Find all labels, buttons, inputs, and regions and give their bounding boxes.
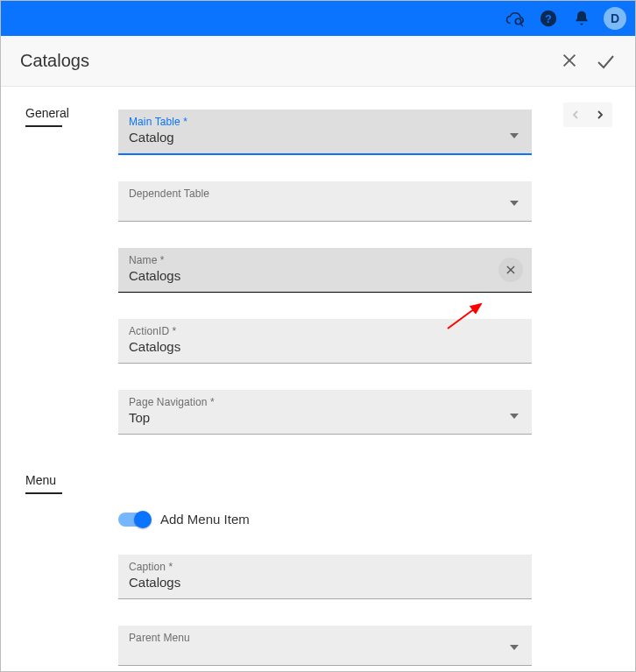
field-value: Catalog — [118, 128, 532, 153]
help-icon[interactable]: ? — [537, 7, 560, 30]
pager — [563, 103, 612, 127]
field-value: Top — [118, 408, 532, 434]
svg-marker-7 — [510, 201, 519, 206]
svg-marker-11 — [510, 645, 519, 650]
add-menu-item-label: Add Menu Item — [160, 512, 250, 527]
field-dependent-table[interactable]: Dependent Table — [118, 181, 532, 222]
field-label: Main Table * — [118, 110, 532, 128]
page-header: Catalogs — [1, 36, 635, 87]
section-label-menu: Menu — [25, 470, 118, 487]
field-label: Page Navigation * — [118, 390, 532, 408]
svg-point-0 — [515, 18, 520, 24]
field-value: Catalogs — [118, 573, 532, 598]
cloud-search-icon[interactable] — [504, 7, 526, 30]
chevron-down-icon[interactable] — [509, 127, 519, 143]
field-name[interactable]: Name * Catalogs — [118, 248, 532, 293]
svg-marker-6 — [510, 133, 519, 138]
field-action-id[interactable]: ActionID * Catalogs — [118, 319, 532, 364]
field-value: Catalogs — [118, 337, 532, 363]
section-label-general: General — [25, 103, 118, 120]
content-scroll[interactable]: General Main Table * Catalog Dependent T… — [1, 87, 628, 671]
add-menu-item-toggle[interactable] — [118, 513, 150, 527]
close-button[interactable] — [560, 51, 579, 72]
field-main-table[interactable]: Main Table * Catalog — [118, 110, 532, 155]
field-label: ActionID * — [118, 319, 532, 337]
field-label: Dependent Table — [118, 181, 532, 200]
field-label: Name * — [118, 248, 532, 266]
svg-line-1 — [520, 24, 523, 26]
field-label: Parent Menu — [118, 626, 532, 644]
avatar-initial: D — [611, 11, 619, 25]
field-label: Caption * — [118, 555, 532, 573]
chevron-down-icon[interactable] — [509, 195, 519, 210]
section-label-general-text: General — [25, 106, 69, 120]
chevron-down-icon[interactable] — [509, 407, 519, 423]
field-value — [118, 200, 532, 221]
section-label-menu-text: Menu — [25, 473, 56, 487]
page-title: Catalogs — [20, 51, 89, 71]
field-value: Catalogs — [118, 266, 532, 292]
chevron-down-icon[interactable] — [509, 639, 519, 654]
field-value — [118, 644, 532, 665]
field-caption[interactable]: Caption * Catalogs — [118, 555, 532, 599]
app-topbar: ? D — [1, 1, 635, 36]
confirm-button[interactable] — [595, 51, 616, 72]
field-page-navigation[interactable]: Page Navigation * Top — [118, 390, 532, 435]
pager-next-button[interactable] — [588, 103, 612, 127]
svg-marker-10 — [510, 414, 519, 419]
svg-text:?: ? — [545, 12, 552, 25]
clear-button[interactable] — [498, 258, 523, 282]
pager-prev-button[interactable] — [563, 103, 588, 127]
field-parent-menu[interactable]: Parent Menu — [118, 626, 532, 666]
bell-icon[interactable] — [570, 7, 593, 30]
avatar[interactable]: D — [604, 7, 626, 30]
